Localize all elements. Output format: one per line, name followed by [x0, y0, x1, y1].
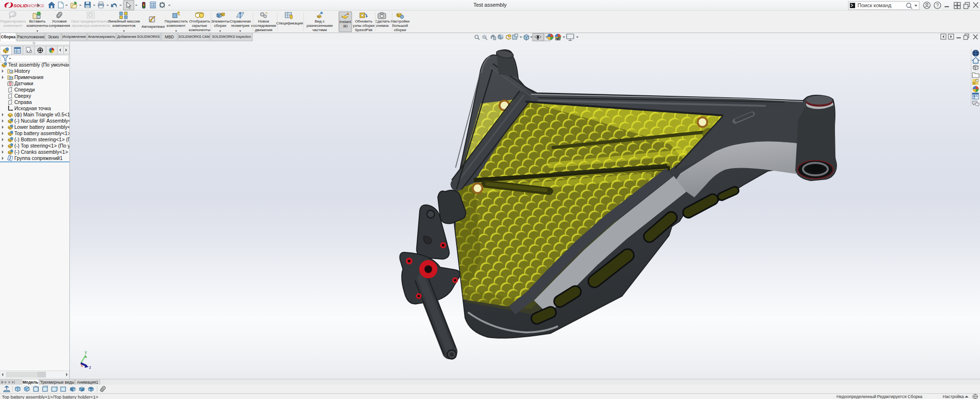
svg-text:SOLID: SOLID [13, 3, 27, 8]
svg-text:WORKS: WORKS [27, 3, 45, 8]
svg-text:z: z [89, 365, 91, 370]
svg-text:y: y [85, 350, 87, 354]
svg-text:Test assembly: Test assembly [473, 2, 507, 8]
svg-text:Поиск команд: Поиск команд [858, 2, 891, 8]
svg-text:?: ? [936, 3, 939, 8]
